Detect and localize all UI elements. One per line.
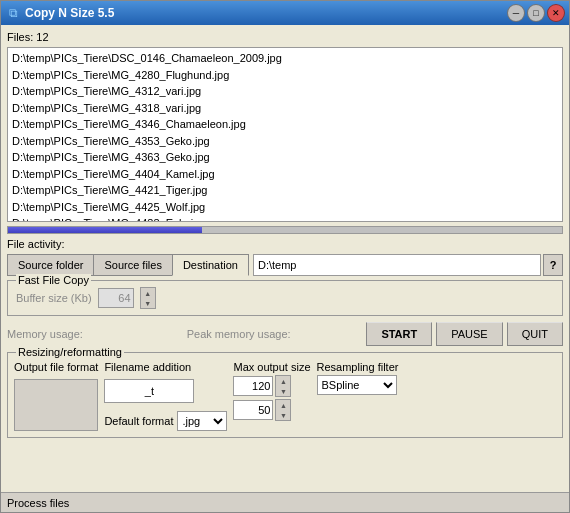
output-format-col: Output file format [14, 361, 98, 431]
height-up-button[interactable]: ▲ [276, 400, 290, 410]
resizing-label: Resizing/reformatting [16, 346, 124, 358]
list-item: D:\temp\PICs_Tiere\MG_4318_vari.jpg [12, 100, 558, 117]
max-output-col: Max output size ▲ ▼ ▲ ▼ [233, 361, 310, 431]
height-down-button[interactable]: ▼ [276, 410, 290, 420]
resizing-section: Resizing/reformatting Output file format… [7, 352, 563, 438]
resample-label: Resampling filter [317, 361, 399, 373]
list-item: D:\temp\PICs_Tiere\MG_4353_Geko.jpg [12, 133, 558, 150]
tab-source-files[interactable]: Source files [93, 254, 171, 276]
list-item: D:\temp\PICs_Tiere\MG_4425_Wolf.jpg [12, 199, 558, 216]
status-text: Process files [7, 497, 69, 509]
controls-row: Memory usage: Peak memory usage: START P… [7, 320, 563, 348]
width-up-button[interactable]: ▲ [276, 376, 290, 386]
tab-row: Source folder Source files Destination ? [7, 254, 563, 276]
list-item: D:\temp\PICs_Tiere\MG_4421_Tiger.jpg [12, 182, 558, 199]
default-format-select[interactable]: .jpg .png .bmp [177, 411, 227, 431]
fast-file-copy-row: Buffer size (Kb) ▲ ▼ [16, 287, 554, 309]
memory-usage-label: Memory usage: [7, 328, 183, 340]
progress-bar-fill [8, 227, 202, 233]
status-bar: Process files [1, 492, 569, 512]
list-item: D:\temp\PICs_Tiere\MG_4363_Geko.jpg [12, 149, 558, 166]
tab-source-folder[interactable]: Source folder [7, 254, 93, 276]
peak-memory-label: Peak memory usage: [187, 328, 363, 340]
max-height-input[interactable] [233, 400, 273, 420]
list-item: D:\temp\PICs_Tiere\MG_4346_Chamaeleon.jp… [12, 116, 558, 133]
tab-destination[interactable]: Destination [172, 254, 249, 276]
close-button[interactable]: ✕ [547, 4, 565, 22]
filename-addition-input[interactable] [104, 379, 194, 403]
progress-bar-container [7, 226, 563, 234]
start-button[interactable]: START [366, 322, 432, 346]
filename-addition-label: Filename addition [104, 361, 227, 373]
title-buttons: ─ □ ✕ [507, 4, 565, 22]
fast-file-copy-section: Fast File Copy Buffer size (Kb) ▲ ▼ [7, 280, 563, 316]
list-item: D:\temp\PICs_Tiere\MG_4312_vari.jpg [12, 83, 558, 100]
buffer-size-label: Buffer size (Kb) [16, 292, 92, 304]
file-activity-label: File activity: [7, 238, 563, 250]
width-spinner[interactable]: ▲ ▼ [275, 375, 291, 397]
list-item: D:\temp\PICs_Tiere\MG_4404_Kamel.jpg [12, 166, 558, 183]
resizing-inner: Output file format Filename addition Def… [14, 361, 556, 431]
buffer-spinner[interactable]: ▲ ▼ [140, 287, 156, 309]
help-button[interactable]: ? [543, 254, 563, 276]
output-format-label: Output file format [14, 361, 98, 373]
quit-button[interactable]: QUIT [507, 322, 563, 346]
max-width-input[interactable] [233, 376, 273, 396]
max-output-label: Max output size [233, 361, 310, 373]
title-bar: ⧉ Copy N Size 5.5 ─ □ ✕ [1, 1, 569, 25]
resample-select[interactable]: BSpline Bicubic Bilinear Lanczos [317, 375, 397, 395]
maximize-button[interactable]: □ [527, 4, 545, 22]
default-format-row: Default format .jpg .png .bmp [104, 411, 227, 431]
pause-button[interactable]: PAUSE [436, 322, 502, 346]
destination-path-input[interactable] [253, 254, 541, 276]
list-item: D:\temp\PICs_Tiere\DSC_0146_Chamaeleon_2… [12, 50, 558, 67]
filename-addition-col: Filename addition Default format .jpg .p… [104, 361, 227, 431]
app-icon: ⧉ [5, 5, 21, 21]
window-title: Copy N Size 5.5 [25, 6, 114, 20]
spinner-up-button[interactable]: ▲ [141, 288, 155, 298]
list-item: D:\temp\PICs_Tiere\MG_4280_Flughund.jpg [12, 67, 558, 84]
width-down-button[interactable]: ▼ [276, 386, 290, 396]
buffer-size-input[interactable] [98, 288, 134, 308]
file-list[interactable]: D:\temp\PICs_Tiere\DSC_0146_Chamaeleon_2… [7, 47, 563, 222]
files-count-label: Files: 12 [7, 31, 563, 43]
output-format-box [14, 379, 98, 431]
minimize-button[interactable]: ─ [507, 4, 525, 22]
main-content: Files: 12 D:\temp\PICs_Tiere\DSC_0146_Ch… [1, 25, 569, 492]
main-window: ⧉ Copy N Size 5.5 ─ □ ✕ Files: 12 D:\tem… [0, 0, 570, 513]
default-format-label: Default format [104, 415, 173, 427]
height-spinner[interactable]: ▲ ▼ [275, 399, 291, 421]
spinner-down-button[interactable]: ▼ [141, 298, 155, 308]
resample-col: Resampling filter BSpline Bicubic Biline… [317, 361, 399, 431]
list-item: D:\temp\PICs_Tiere\MG_4433_Eule.jpg [12, 215, 558, 222]
title-bar-left: ⧉ Copy N Size 5.5 [5, 5, 114, 21]
fast-file-copy-label: Fast File Copy [16, 274, 91, 286]
